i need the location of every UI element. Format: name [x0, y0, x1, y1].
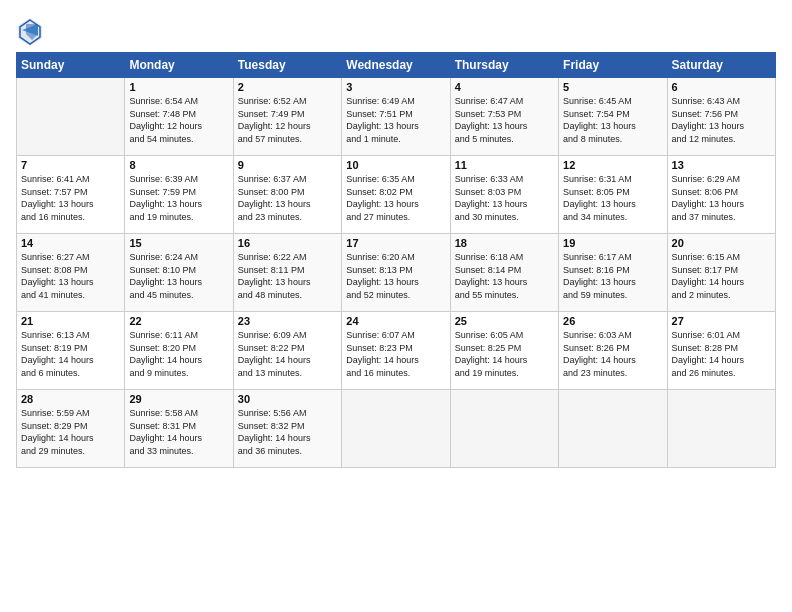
day-number: 23: [238, 315, 337, 327]
day-number: 26: [563, 315, 662, 327]
day-number: 11: [455, 159, 554, 171]
day-number: 2: [238, 81, 337, 93]
day-number: 10: [346, 159, 445, 171]
cell-info: Sunrise: 6:41 AMSunset: 7:57 PMDaylight:…: [21, 173, 120, 223]
cell-info: Sunrise: 6:24 AMSunset: 8:10 PMDaylight:…: [129, 251, 228, 301]
day-number: 9: [238, 159, 337, 171]
logo: [16, 16, 42, 44]
col-header-thursday: Thursday: [450, 53, 558, 78]
cell-info: Sunrise: 6:39 AMSunset: 7:59 PMDaylight:…: [129, 173, 228, 223]
calendar-cell: [667, 390, 775, 468]
day-number: 5: [563, 81, 662, 93]
calendar-cell: 19Sunrise: 6:17 AMSunset: 8:16 PMDayligh…: [559, 234, 667, 312]
day-number: 25: [455, 315, 554, 327]
col-header-monday: Monday: [125, 53, 233, 78]
cell-info: Sunrise: 6:07 AMSunset: 8:23 PMDaylight:…: [346, 329, 445, 379]
calendar-cell: 25Sunrise: 6:05 AMSunset: 8:25 PMDayligh…: [450, 312, 558, 390]
day-number: 28: [21, 393, 120, 405]
day-number: 21: [21, 315, 120, 327]
calendar-cell: 27Sunrise: 6:01 AMSunset: 8:28 PMDayligh…: [667, 312, 775, 390]
col-header-friday: Friday: [559, 53, 667, 78]
week-row-3: 21Sunrise: 6:13 AMSunset: 8:19 PMDayligh…: [17, 312, 776, 390]
header-row: SundayMondayTuesdayWednesdayThursdayFrid…: [17, 53, 776, 78]
cell-info: Sunrise: 6:43 AMSunset: 7:56 PMDaylight:…: [672, 95, 771, 145]
calendar-cell: 23Sunrise: 6:09 AMSunset: 8:22 PMDayligh…: [233, 312, 341, 390]
week-row-1: 7Sunrise: 6:41 AMSunset: 7:57 PMDaylight…: [17, 156, 776, 234]
week-row-2: 14Sunrise: 6:27 AMSunset: 8:08 PMDayligh…: [17, 234, 776, 312]
col-header-wednesday: Wednesday: [342, 53, 450, 78]
day-number: 3: [346, 81, 445, 93]
cell-info: Sunrise: 6:54 AMSunset: 7:48 PMDaylight:…: [129, 95, 228, 145]
col-header-tuesday: Tuesday: [233, 53, 341, 78]
day-number: 27: [672, 315, 771, 327]
cell-info: Sunrise: 6:11 AMSunset: 8:20 PMDaylight:…: [129, 329, 228, 379]
cell-info: Sunrise: 6:27 AMSunset: 8:08 PMDaylight:…: [21, 251, 120, 301]
calendar-cell: 5Sunrise: 6:45 AMSunset: 7:54 PMDaylight…: [559, 78, 667, 156]
cell-info: Sunrise: 6:45 AMSunset: 7:54 PMDaylight:…: [563, 95, 662, 145]
calendar-cell: 18Sunrise: 6:18 AMSunset: 8:14 PMDayligh…: [450, 234, 558, 312]
calendar-table: SundayMondayTuesdayWednesdayThursdayFrid…: [16, 52, 776, 468]
cell-info: Sunrise: 6:52 AMSunset: 7:49 PMDaylight:…: [238, 95, 337, 145]
calendar-cell: 21Sunrise: 6:13 AMSunset: 8:19 PMDayligh…: [17, 312, 125, 390]
cell-info: Sunrise: 6:31 AMSunset: 8:05 PMDaylight:…: [563, 173, 662, 223]
day-number: 13: [672, 159, 771, 171]
day-number: 16: [238, 237, 337, 249]
logo-icon: [16, 16, 40, 44]
cell-info: Sunrise: 6:29 AMSunset: 8:06 PMDaylight:…: [672, 173, 771, 223]
day-number: 14: [21, 237, 120, 249]
day-number: 4: [455, 81, 554, 93]
day-number: 15: [129, 237, 228, 249]
col-header-sunday: Sunday: [17, 53, 125, 78]
week-row-0: 1Sunrise: 6:54 AMSunset: 7:48 PMDaylight…: [17, 78, 776, 156]
day-number: 1: [129, 81, 228, 93]
calendar-cell: [342, 390, 450, 468]
calendar-cell: 26Sunrise: 6:03 AMSunset: 8:26 PMDayligh…: [559, 312, 667, 390]
calendar-cell: 7Sunrise: 6:41 AMSunset: 7:57 PMDaylight…: [17, 156, 125, 234]
cell-info: Sunrise: 6:05 AMSunset: 8:25 PMDaylight:…: [455, 329, 554, 379]
cell-info: Sunrise: 6:13 AMSunset: 8:19 PMDaylight:…: [21, 329, 120, 379]
cell-info: Sunrise: 5:59 AMSunset: 8:29 PMDaylight:…: [21, 407, 120, 457]
cell-info: Sunrise: 5:56 AMSunset: 8:32 PMDaylight:…: [238, 407, 337, 457]
cell-info: Sunrise: 6:03 AMSunset: 8:26 PMDaylight:…: [563, 329, 662, 379]
calendar-cell: 13Sunrise: 6:29 AMSunset: 8:06 PMDayligh…: [667, 156, 775, 234]
calendar-cell: 22Sunrise: 6:11 AMSunset: 8:20 PMDayligh…: [125, 312, 233, 390]
cell-info: Sunrise: 6:15 AMSunset: 8:17 PMDaylight:…: [672, 251, 771, 301]
calendar-cell: 12Sunrise: 6:31 AMSunset: 8:05 PMDayligh…: [559, 156, 667, 234]
day-number: 29: [129, 393, 228, 405]
calendar-cell: 3Sunrise: 6:49 AMSunset: 7:51 PMDaylight…: [342, 78, 450, 156]
calendar-cell: 1Sunrise: 6:54 AMSunset: 7:48 PMDaylight…: [125, 78, 233, 156]
day-number: 20: [672, 237, 771, 249]
calendar-cell: 6Sunrise: 6:43 AMSunset: 7:56 PMDaylight…: [667, 78, 775, 156]
calendar-cell: 9Sunrise: 6:37 AMSunset: 8:00 PMDaylight…: [233, 156, 341, 234]
calendar-cell: [559, 390, 667, 468]
calendar-cell: [17, 78, 125, 156]
calendar-cell: 29Sunrise: 5:58 AMSunset: 8:31 PMDayligh…: [125, 390, 233, 468]
calendar-cell: 17Sunrise: 6:20 AMSunset: 8:13 PMDayligh…: [342, 234, 450, 312]
calendar-cell: 15Sunrise: 6:24 AMSunset: 8:10 PMDayligh…: [125, 234, 233, 312]
week-row-4: 28Sunrise: 5:59 AMSunset: 8:29 PMDayligh…: [17, 390, 776, 468]
calendar-cell: 20Sunrise: 6:15 AMSunset: 8:17 PMDayligh…: [667, 234, 775, 312]
header: [16, 12, 776, 44]
cell-info: Sunrise: 6:01 AMSunset: 8:28 PMDaylight:…: [672, 329, 771, 379]
calendar-cell: 8Sunrise: 6:39 AMSunset: 7:59 PMDaylight…: [125, 156, 233, 234]
col-header-saturday: Saturday: [667, 53, 775, 78]
cell-info: Sunrise: 6:37 AMSunset: 8:00 PMDaylight:…: [238, 173, 337, 223]
day-number: 8: [129, 159, 228, 171]
calendar-cell: 11Sunrise: 6:33 AMSunset: 8:03 PMDayligh…: [450, 156, 558, 234]
cell-info: Sunrise: 5:58 AMSunset: 8:31 PMDaylight:…: [129, 407, 228, 457]
calendar-cell: 14Sunrise: 6:27 AMSunset: 8:08 PMDayligh…: [17, 234, 125, 312]
day-number: 12: [563, 159, 662, 171]
day-number: 24: [346, 315, 445, 327]
day-number: 19: [563, 237, 662, 249]
cell-info: Sunrise: 6:47 AMSunset: 7:53 PMDaylight:…: [455, 95, 554, 145]
calendar-cell: 2Sunrise: 6:52 AMSunset: 7:49 PMDaylight…: [233, 78, 341, 156]
cell-info: Sunrise: 6:20 AMSunset: 8:13 PMDaylight:…: [346, 251, 445, 301]
cell-info: Sunrise: 6:09 AMSunset: 8:22 PMDaylight:…: [238, 329, 337, 379]
day-number: 17: [346, 237, 445, 249]
calendar-cell: [450, 390, 558, 468]
calendar-cell: 28Sunrise: 5:59 AMSunset: 8:29 PMDayligh…: [17, 390, 125, 468]
day-number: 6: [672, 81, 771, 93]
calendar-cell: 10Sunrise: 6:35 AMSunset: 8:02 PMDayligh…: [342, 156, 450, 234]
cell-info: Sunrise: 6:35 AMSunset: 8:02 PMDaylight:…: [346, 173, 445, 223]
calendar-cell: 24Sunrise: 6:07 AMSunset: 8:23 PMDayligh…: [342, 312, 450, 390]
